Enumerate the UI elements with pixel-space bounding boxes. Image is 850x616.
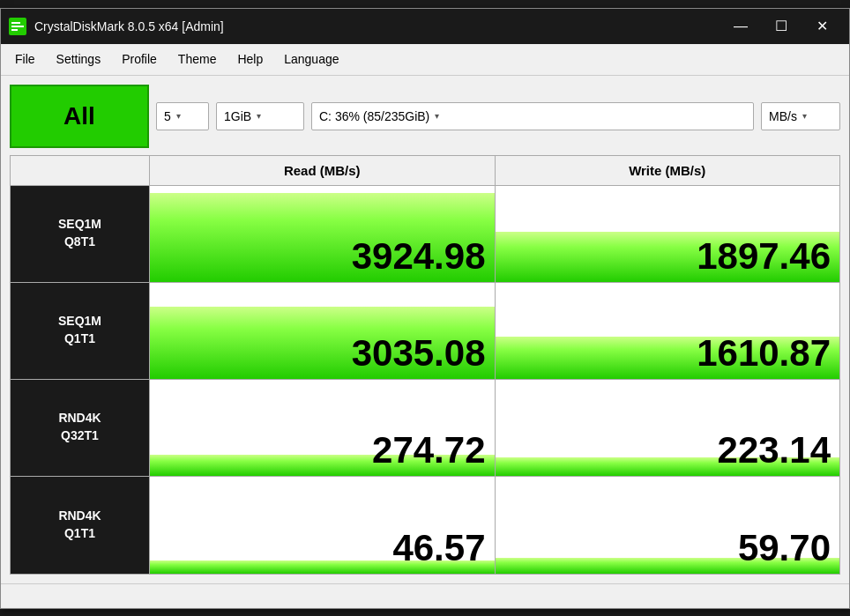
read-value-3: 46.57 [392,530,485,567]
controls-row: All 5 ▾ 1GiB ▾ C: 36% (85/235GiB) ▾ MB/s… [10,85,840,148]
write-header: Write (MB/s) [496,156,840,185]
menu-profile[interactable]: Profile [111,48,168,70]
minimize-button[interactable]: — [720,9,761,44]
unit-dropdown[interactable]: MB/s ▾ [761,102,840,130]
results-table: Read (MB/s) Write (MB/s) SEQ1MQ8T13924.9… [10,155,840,575]
write-value-3: 59.70 [738,530,831,567]
table-row: SEQ1MQ8T13924.981897.46 [11,186,839,283]
size-value: 1GiB [224,109,251,123]
unit-value: MB/s [769,109,797,123]
svg-rect-1 [11,26,24,27]
read-cell-3: 46.57 [150,477,496,574]
row-label-1: SEQ1MQ1T1 [11,283,150,379]
menu-settings[interactable]: Settings [46,48,112,70]
drive-dropdown[interactable]: C: 36% (85/235GiB) ▾ [311,102,754,130]
count-dropdown-arrow: ▾ [176,111,181,121]
row-label-3: RND4KQ1T1 [11,477,150,574]
read-cell-1: 3035.08 [150,283,496,379]
unit-dropdown-arrow: ▾ [802,111,807,121]
all-button[interactable]: All [10,85,149,148]
write-value-0: 1897.46 [697,238,831,275]
close-button[interactable]: ✕ [802,9,842,44]
window-controls: — ☐ ✕ [720,9,842,44]
status-bar [1,583,849,608]
write-cell-0: 1897.46 [496,186,840,282]
write-cell-2: 223.14 [496,380,840,476]
read-value-1: 3035.08 [352,335,486,372]
count-value: 5 [164,109,171,123]
write-value-2: 223.14 [718,432,831,469]
menu-language[interactable]: Language [273,48,349,70]
table-row: SEQ1MQ1T13035.081610.87 [11,283,839,380]
table-header: Read (MB/s) Write (MB/s) [11,156,839,186]
table-row: RND4KQ1T146.5759.70 [11,477,839,574]
read-header: Read (MB/s) [150,156,496,185]
svg-rect-2 [11,22,20,24]
row-label-0: SEQ1MQ8T1 [11,186,150,282]
read-value-2: 274.72 [372,432,485,469]
label-header-spacer [11,156,150,185]
read-value-0: 3924.98 [352,238,486,275]
window-title: CrystalDiskMark 8.0.5 x64 [Admin] [34,19,720,33]
row-label-2: RND4KQ32T1 [11,380,150,476]
app-window: CrystalDiskMark 8.0.5 x64 [Admin] — ☐ ✕ … [0,8,850,609]
size-dropdown[interactable]: 1GiB ▾ [216,102,304,130]
write-cell-3: 59.70 [496,477,840,574]
title-bar: CrystalDiskMark 8.0.5 x64 [Admin] — ☐ ✕ [1,9,849,44]
read-cell-0: 3924.98 [150,186,496,282]
svg-rect-3 [11,29,18,31]
write-cell-1: 1610.87 [496,283,840,379]
write-value-1: 1610.87 [697,335,831,372]
table-row: RND4KQ32T1274.72223.14 [11,380,839,477]
drive-value: C: 36% (85/235GiB) [319,109,429,123]
size-dropdown-arrow: ▾ [257,111,261,121]
table-body: SEQ1MQ8T13924.981897.46SEQ1MQ1T13035.081… [11,186,839,574]
menu-bar: File Settings Profile Theme Help Languag… [1,44,849,76]
menu-help[interactable]: Help [227,48,273,70]
menu-theme[interactable]: Theme [168,48,227,70]
app-icon [8,17,27,36]
restore-button[interactable]: ☐ [761,9,802,44]
read-cell-2: 274.72 [150,380,496,476]
drive-dropdown-arrow: ▾ [435,111,439,121]
menu-file[interactable]: File [4,48,46,70]
main-content: All 5 ▾ 1GiB ▾ C: 36% (85/235GiB) ▾ MB/s… [1,76,849,583]
count-dropdown[interactable]: 5 ▾ [156,102,209,130]
